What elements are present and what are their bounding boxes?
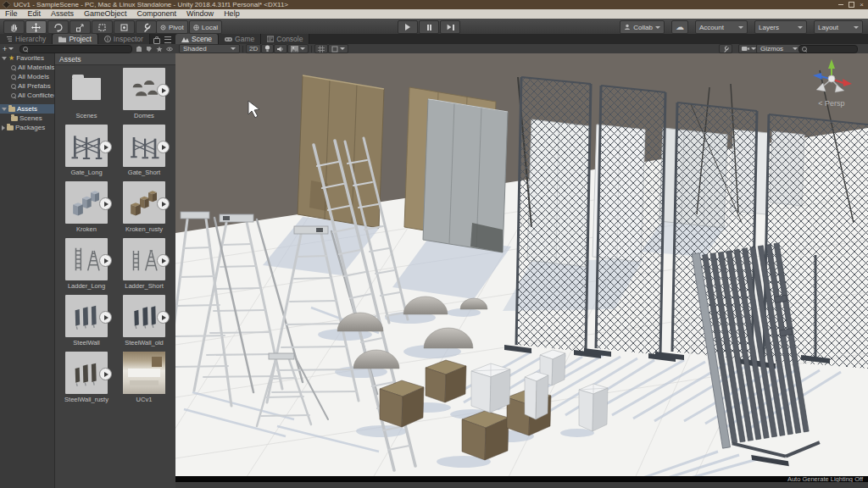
prefab-open-badge[interactable] xyxy=(157,84,170,97)
scene-viewport[interactable]: < Persp Auto Generate Lighting Off xyxy=(175,53,868,482)
scene-search-input[interactable] xyxy=(809,46,854,52)
tree-item-all-models[interactable]: All Models xyxy=(0,72,54,81)
create-asset-button[interactable]: + xyxy=(0,45,16,53)
folder-icon xyxy=(8,107,15,112)
prefab-open-badge[interactable] xyxy=(157,197,170,210)
asset-item-steelwall-rusty[interactable]: SteelWall_rusty xyxy=(58,352,115,408)
unity-logo-icon xyxy=(2,0,10,8)
caret-icon[interactable] xyxy=(2,108,7,111)
effects-dropdown[interactable] xyxy=(287,44,309,53)
menu-gameobject[interactable]: GameObject xyxy=(79,9,132,19)
globe-icon xyxy=(193,25,199,30)
tab-hierarchy[interactable]: Hierarchy xyxy=(0,34,53,44)
scale-tool-button[interactable] xyxy=(70,20,91,34)
component-tools-group[interactable] xyxy=(328,44,348,53)
lighting-toggle[interactable] xyxy=(261,44,274,53)
tree-item-all-conflicted[interactable]: All Conflicted xyxy=(0,91,54,100)
hidden-packages-icon[interactable] xyxy=(166,46,173,53)
lock-icon[interactable] xyxy=(153,38,160,44)
prefab-thumbnail xyxy=(65,125,108,167)
search-by-type-icon[interactable] xyxy=(136,46,142,53)
menu-assets[interactable]: Assets xyxy=(46,9,79,19)
audio-toggle[interactable] xyxy=(274,44,287,53)
asset-item-ladder-short[interactable]: Ladder_Short xyxy=(115,238,173,295)
asset-item-ucv1[interactable]: UCv1 xyxy=(115,352,173,408)
asset-item-kroken[interactable]: Kroken xyxy=(58,181,115,238)
prefab-open-badge[interactable] xyxy=(99,311,112,324)
menu-component[interactable]: Component xyxy=(132,9,182,19)
step-button[interactable] xyxy=(440,20,460,34)
favorites-star-icon[interactable] xyxy=(156,46,163,53)
gizmos-dropdown[interactable]: Gizmos xyxy=(756,44,802,53)
perspective-label[interactable]: < Persp xyxy=(818,99,844,108)
prefab-open-badge[interactable] xyxy=(157,141,170,153)
asset-item-gate-long[interactable]: Gate_Long xyxy=(58,125,115,181)
tree-item-favorites[interactable]: ★ Favorites xyxy=(0,53,54,63)
prefab-open-badge[interactable] xyxy=(99,197,112,210)
cloud-button[interactable]: ☁ xyxy=(671,20,688,34)
tab-game[interactable]: Game xyxy=(219,34,261,44)
folder-thumbnail xyxy=(65,68,108,110)
tree-item-all-prefabs[interactable]: All Prefabs xyxy=(0,81,54,91)
lighting-status-bar[interactable]: Auto Generate Lighting Off xyxy=(175,476,868,482)
layout-dropdown[interactable]: Layout xyxy=(814,20,863,34)
rect-tool-button[interactable] xyxy=(92,20,113,34)
transform-icon xyxy=(120,23,129,32)
menu-file[interactable]: File xyxy=(0,9,23,19)
project-search-input[interactable] xyxy=(30,46,129,52)
tree-item-packages[interactable]: Packages xyxy=(0,123,54,132)
prefab-open-badge[interactable] xyxy=(157,254,170,267)
chevron-down-icon xyxy=(340,47,345,50)
play-button[interactable] xyxy=(398,20,418,34)
shading-mode-dropdown[interactable]: Shaded xyxy=(179,44,240,53)
prefab-thumbnail xyxy=(65,295,108,337)
tab-console[interactable]: Console xyxy=(261,34,309,44)
prefab-thumbnail xyxy=(123,68,165,110)
local-toggle[interactable]: Local xyxy=(189,20,222,34)
asset-item-kroken-rusty[interactable]: Kroken_rusty xyxy=(115,181,173,238)
wrench-icon xyxy=(142,23,151,32)
prefab-open-badge[interactable] xyxy=(157,311,170,324)
close-button[interactable]: × xyxy=(860,2,864,8)
folder-icon xyxy=(58,36,66,42)
minimize-button[interactable] xyxy=(838,4,843,5)
asset-item-steelwall[interactable]: SteelWall xyxy=(58,295,115,352)
prefab-open-badge[interactable] xyxy=(99,368,112,380)
custom-tool-button[interactable] xyxy=(136,20,157,34)
panel-menu-icon[interactable] xyxy=(164,36,171,43)
tab-project[interactable]: Project xyxy=(53,34,97,44)
menu-help[interactable]: Help xyxy=(219,9,245,19)
hand-tool-button[interactable] xyxy=(3,20,25,34)
layers-dropdown[interactable]: Layers xyxy=(754,20,807,34)
asset-item-steelwall-old[interactable]: SteelWall_old xyxy=(115,295,173,352)
prefab-open-badge[interactable] xyxy=(99,141,112,153)
asset-item-scenes-folder[interactable]: Scenes xyxy=(58,68,115,125)
rotate-tool-button[interactable] xyxy=(47,20,69,34)
scene-visibility-toggle[interactable] xyxy=(314,44,328,53)
pivot-toggle[interactable]: Pivot xyxy=(156,20,188,34)
window-controls: × xyxy=(838,2,868,8)
asset-item-ladder-long[interactable]: Ladder_Long xyxy=(58,238,115,295)
asset-item-gate-short[interactable]: Gate_Short xyxy=(115,125,173,181)
caret-icon[interactable] xyxy=(2,125,5,130)
tree-item-assets[interactable]: Assets xyxy=(0,104,54,114)
prefab-open-badge[interactable] xyxy=(99,254,112,267)
move-tool-button[interactable] xyxy=(25,20,47,34)
maximize-button[interactable] xyxy=(849,2,854,8)
2d-toggle[interactable]: 2D xyxy=(246,44,261,53)
collab-dropdown[interactable]: Collab xyxy=(620,20,665,34)
menu-edit[interactable]: Edit xyxy=(23,9,47,19)
transform-tool-button[interactable] xyxy=(114,20,135,34)
effects-icon xyxy=(291,46,298,53)
tab-inspector[interactable]: Inspector xyxy=(98,34,150,44)
tree-item-scenes[interactable]: Scenes xyxy=(0,114,54,123)
search-by-label-icon[interactable] xyxy=(146,46,153,53)
menu-window[interactable]: Window xyxy=(181,9,219,19)
caret-icon[interactable] xyxy=(2,57,7,60)
account-dropdown[interactable]: Account xyxy=(695,20,748,34)
tree-item-all-materials[interactable]: All Materials xyxy=(0,63,54,72)
editor-tool-button[interactable] xyxy=(719,44,732,53)
asset-item-domes[interactable]: Domes xyxy=(115,68,173,125)
tab-scene[interactable]: Scene xyxy=(175,34,219,44)
pause-button[interactable] xyxy=(419,20,439,34)
